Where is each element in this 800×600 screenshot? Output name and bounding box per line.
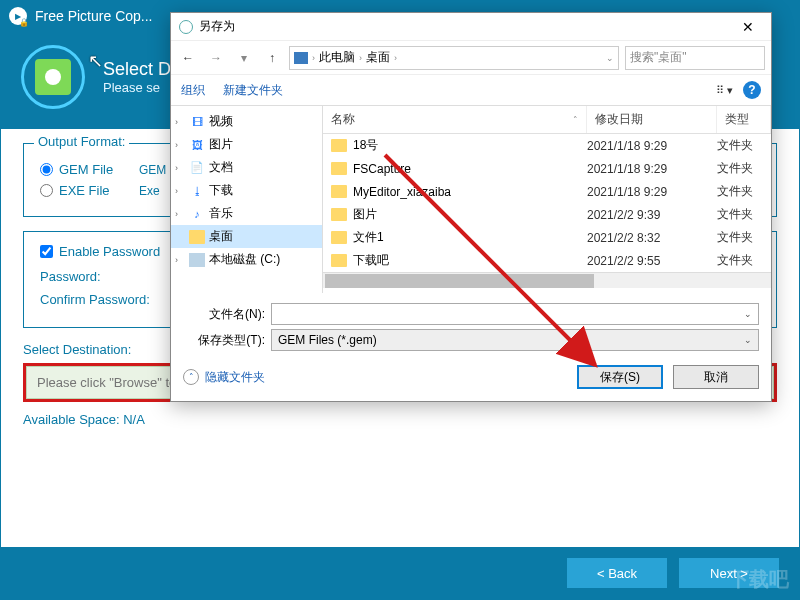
view-mode-button[interactable]: ⠿ ▾: [716, 84, 733, 97]
tree-item-video[interactable]: ›🎞视频: [171, 110, 322, 133]
folder-icon: [331, 139, 347, 152]
chevron-right-icon: ›: [394, 53, 397, 63]
dialog-nav: ← → ▾ ↑ › 此电脑 › 桌面 › ⌄ 搜索"桌面": [171, 41, 771, 75]
dialog-footer: ˄ 隐藏文件夹 保存(S) 取消: [171, 357, 771, 401]
tree-item-drive[interactable]: ›本地磁盘 (C:): [171, 248, 322, 271]
tree-item-desktop[interactable]: 桌面: [171, 225, 322, 248]
dialog-toolbar: 组织 新建文件夹 ⠿ ▾ ?: [171, 75, 771, 105]
dialog-icon: [179, 20, 193, 34]
header-text: Select D Please se: [103, 59, 171, 95]
radio-gem-input[interactable]: [40, 163, 53, 176]
footer: < Back Next > 下载吧: [1, 547, 799, 599]
nav-forward-icon[interactable]: →: [205, 47, 227, 69]
save-as-dialog: 另存为 ✕ ← → ▾ ↑ › 此电脑 › 桌面 › ⌄ 搜索"桌面" 组织 新…: [170, 12, 772, 402]
path-box[interactable]: › 此电脑 › 桌面 › ⌄: [289, 46, 619, 70]
file-list[interactable]: 名称˄ 修改日期 类型 18号2021/1/18 9:29文件夹FSCaptur…: [323, 106, 771, 293]
folder-tree[interactable]: ›🎞视频›🖼图片›📄文档›⭳下载›♪音乐桌面›本地磁盘 (C:): [171, 106, 323, 293]
step-icon: [21, 45, 85, 109]
folder-icon: [331, 254, 347, 267]
enable-password-checkbox[interactable]: [40, 245, 53, 258]
nav-recent-icon[interactable]: ▾: [233, 47, 255, 69]
page-subtitle: Please se: [103, 80, 171, 95]
hide-folders-link[interactable]: ˄ 隐藏文件夹: [183, 369, 265, 386]
chevron-down-icon[interactable]: ⌄: [606, 53, 614, 63]
dialog-title: 另存为: [199, 18, 235, 35]
search-input[interactable]: 搜索"桌面": [625, 46, 765, 70]
dialog-fields: 文件名(N): ⌄ 保存类型(T): GEM Files (*.gem)⌄: [171, 293, 771, 357]
file-row[interactable]: 文件12021/2/2 8:32文件夹: [323, 226, 771, 249]
save-button[interactable]: 保存(S): [577, 365, 663, 389]
chevron-right-icon: ›: [359, 53, 362, 63]
chevron-right-icon: ›: [312, 53, 315, 63]
folder-icon: [331, 208, 347, 221]
tree-item-downloads[interactable]: ›⭳下载: [171, 179, 322, 202]
radio-exe-input[interactable]: [40, 184, 53, 197]
back-button[interactable]: < Back: [567, 558, 667, 588]
filename-label: 文件名(N):: [183, 306, 271, 323]
folder-icon: [331, 231, 347, 244]
filetype-label: 保存类型(T):: [183, 332, 271, 349]
tree-item-music[interactable]: ›♪音乐: [171, 202, 322, 225]
file-row[interactable]: FSCapture2021/1/18 9:29文件夹: [323, 157, 771, 180]
file-row[interactable]: 图片2021/2/2 9:39文件夹: [323, 203, 771, 226]
folder-icon: [331, 162, 347, 175]
dialog-body: ›🎞视频›🖼图片›📄文档›⭳下载›♪音乐桌面›本地磁盘 (C:) 名称˄ 修改日…: [171, 105, 771, 293]
page-title: Select D: [103, 59, 171, 80]
app-title: Free Picture Cop...: [35, 8, 153, 24]
new-folder-button[interactable]: 新建文件夹: [223, 82, 283, 99]
nav-up-icon[interactable]: ↑: [261, 47, 283, 69]
filename-input[interactable]: ⌄: [271, 303, 759, 325]
organize-menu[interactable]: 组织: [181, 82, 205, 99]
next-button[interactable]: Next >: [679, 558, 779, 588]
tree-item-pictures[interactable]: ›🖼图片: [171, 133, 322, 156]
horizontal-scrollbar[interactable]: [323, 272, 771, 288]
file-row[interactable]: 18号2021/1/18 9:29文件夹: [323, 134, 771, 157]
tree-item-docs[interactable]: ›📄文档: [171, 156, 322, 179]
pc-icon: [294, 52, 308, 64]
file-header[interactable]: 名称˄ 修改日期 类型: [323, 106, 771, 134]
nav-back-icon[interactable]: ←: [177, 47, 199, 69]
dialog-titlebar: 另存为 ✕: [171, 13, 771, 41]
output-format-label: Output Format:: [34, 134, 129, 149]
close-icon[interactable]: ✕: [733, 19, 763, 35]
available-space: Available Space: N/A: [23, 412, 777, 427]
app-icon: 🔒: [9, 7, 27, 25]
chevron-up-icon: ˄: [183, 369, 199, 385]
file-row[interactable]: 下载吧2021/2/2 9:55文件夹: [323, 249, 771, 272]
help-icon[interactable]: ?: [743, 81, 761, 99]
folder-icon: [331, 185, 347, 198]
cancel-button[interactable]: 取消: [673, 365, 759, 389]
file-rows: 18号2021/1/18 9:29文件夹FSCapture2021/1/18 9…: [323, 134, 771, 272]
file-row[interactable]: MyEditor_xiazaiba2021/1/18 9:29文件夹: [323, 180, 771, 203]
filetype-select[interactable]: GEM Files (*.gem)⌄: [271, 329, 759, 351]
